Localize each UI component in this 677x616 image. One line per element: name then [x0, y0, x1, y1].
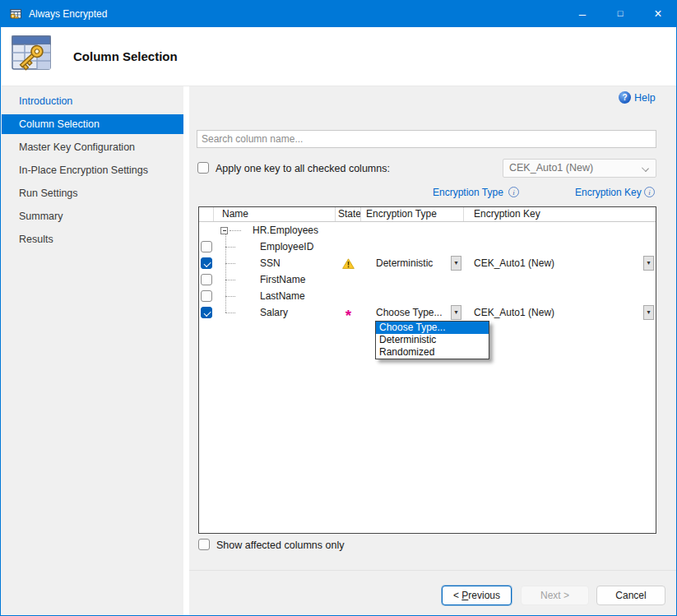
wizard-steps-sidebar: Introduction Column Selection Master Key…: [2, 86, 183, 570]
app-table-key-icon: [9, 7, 22, 21]
previous-button[interactable]: < Previous: [442, 586, 512, 605]
grid-header-row: Name State Encryption Type Encryption Ke…: [199, 207, 656, 222]
encryption-key-dropdown-button[interactable]: ▾: [643, 305, 654, 320]
maximize-button[interactable]: □: [601, 1, 639, 27]
window-title: Always Encrypted: [29, 1, 107, 27]
title-bar: Always Encrypted – □ ×: [1, 1, 677, 27]
tree-stub: [225, 263, 235, 264]
grid-header-encryption-type: Encryption Type: [361, 207, 464, 221]
required-asterisk-icon: *: [345, 312, 351, 320]
encryption-type-dropdown-button[interactable]: ▾: [451, 256, 461, 271]
row-checkbox-salary[interactable]: [201, 307, 212, 318]
columns-grid: Name State Encryption Type Encryption Ke…: [198, 206, 656, 534]
table-row-ssn[interactable]: SSN Deterministic ▾ CEK_Auto1 (New) ▾: [199, 255, 656, 271]
encryption-key-link[interactable]: Encryption Key: [575, 187, 642, 198]
row-checkbox-employeeid[interactable]: [201, 241, 212, 252]
tree-stub: [225, 313, 235, 313]
encryption-type-info-icon[interactable]: [508, 187, 519, 197]
tree-stub: [225, 247, 235, 248]
encryption-type-value[interactable]: Choose Type...: [376, 307, 443, 318]
encryption-type-dropdown-popup: Choose Type... Deterministic Randomized: [375, 321, 489, 359]
grid-header-name: Name: [214, 207, 336, 221]
encryption-type-dropdown-button[interactable]: ▾: [451, 305, 461, 320]
tree-connector-line: [225, 234, 226, 313]
encryption-key-value[interactable]: CEK_Auto1 (New): [474, 257, 554, 269]
tree-stub: [230, 230, 241, 231]
table-row-lastname[interactable]: LastName: [199, 288, 656, 304]
help-label: Help: [634, 92, 656, 104]
cek-key-combobox-value: CEK_Auto1 (New): [509, 160, 593, 177]
sidebar-item-summary[interactable]: Summary: [2, 206, 183, 226]
row-checkbox-ssn[interactable]: [201, 257, 212, 269]
cancel-button[interactable]: Cancel: [596, 586, 665, 605]
grid-header-encryption-key: Encryption Key: [464, 207, 656, 221]
grid-header-checkbox-column: [199, 207, 214, 221]
warning-icon: [342, 258, 355, 269]
encryption-key-dropdown-button[interactable]: ▾: [643, 256, 654, 271]
column-name: FirstName: [260, 274, 305, 285]
page-title: Column Selection: [73, 49, 178, 63]
minimize-button[interactable]: –: [563, 1, 601, 27]
show-affected-columns-checkbox[interactable]: [198, 539, 210, 550]
column-name: EmployeeID: [260, 241, 313, 252]
help-icon: [619, 91, 631, 104]
chevron-down-icon: [642, 164, 649, 172]
group-name: HR.Employees: [253, 225, 318, 236]
table-row-employeeid[interactable]: EmployeeID: [199, 239, 656, 255]
sidebar-item-run-settings[interactable]: Run Settings: [2, 183, 183, 203]
footer-separator: [189, 570, 677, 571]
apply-one-key-label: Apply one key to all checked columns:: [216, 163, 390, 174]
dropdown-option-choose-type[interactable]: Choose Type...: [376, 322, 489, 334]
close-button[interactable]: ×: [639, 1, 677, 27]
dropdown-option-deterministic[interactable]: Deterministic: [376, 334, 489, 346]
encryption-key-info-icon[interactable]: [644, 187, 655, 197]
tree-collapse-icon[interactable]: [220, 227, 228, 234]
search-column-input[interactable]: [197, 130, 656, 148]
apply-one-key-checkbox[interactable]: [197, 162, 209, 174]
dropdown-option-randomized[interactable]: Randomized: [376, 346, 489, 359]
table-row-firstname[interactable]: FirstName: [199, 271, 656, 288]
show-affected-columns-label: Show affected columns only: [216, 540, 344, 551]
column-name: LastName: [260, 290, 305, 302]
sidebar-item-in-place-encryption-settings[interactable]: In-Place Encryption Settings: [2, 160, 183, 180]
next-button: Next >: [521, 586, 589, 605]
sidebar-item-introduction[interactable]: Introduction: [2, 91, 183, 111]
row-checkbox-lastname[interactable]: [201, 290, 212, 302]
sidebar-item-column-selection[interactable]: Column Selection: [2, 114, 183, 134]
encryption-type-value[interactable]: Deterministic: [376, 257, 433, 269]
grid-header-state: State: [336, 207, 361, 221]
table-key-icon: [9, 34, 53, 73]
row-checkbox-firstname[interactable]: [201, 274, 212, 285]
column-name: SSN: [260, 257, 281, 269]
encryption-type-link[interactable]: Encryption Type: [433, 187, 503, 198]
tree-stub: [225, 280, 235, 280]
table-row-salary[interactable]: Salary * Choose Type... ▾ CEK_Auto1 (New…: [199, 304, 656, 321]
sidebar-item-results[interactable]: Results: [2, 229, 183, 249]
table-row-group[interactable]: HR.Employees: [199, 222, 656, 239]
tree-stub: [225, 296, 235, 297]
always-encrypted-wizard-window: Always Encrypted – □ × Column Selection …: [0, 0, 677, 616]
encryption-key-value[interactable]: CEK_Auto1 (New): [474, 307, 554, 318]
sidebar-divider: [183, 86, 189, 616]
cek-key-combobox: CEK_Auto1 (New): [503, 159, 656, 178]
column-name: Salary: [260, 307, 288, 318]
help-link[interactable]: Help: [619, 91, 656, 104]
sidebar-item-master-key-configuration[interactable]: Master Key Configuration: [2, 137, 183, 157]
